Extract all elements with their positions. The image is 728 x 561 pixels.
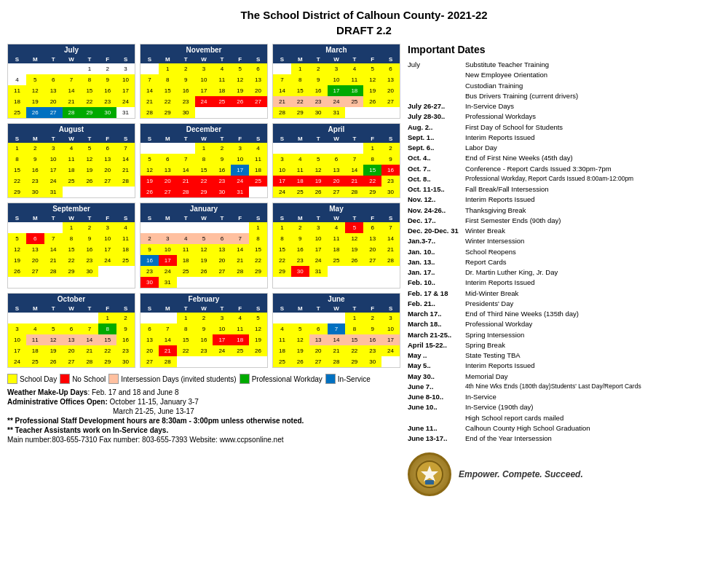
legend-intersession-label: Intersession Days (invited students) [121, 375, 236, 383]
important-row: Jan. 13.. Report Cards [408, 257, 721, 267]
note-admin-cont: March 21-25, June 13-17 [7, 407, 400, 415]
important-row: June 7.. 4th Nine Wks Ends (180th day)St… [408, 382, 721, 392]
cal-april-header: April [273, 124, 400, 135]
legend-no-school-label: No School [72, 375, 106, 383]
calendar-december: December SMTWTFS 1 2 3 4 5 6 7 8 9 [140, 123, 268, 198]
important-row: Bus Drivers Training (current drivers) [408, 91, 721, 101]
cal-november-header: November [141, 44, 267, 55]
legend-in-service-label: In-Service [338, 375, 371, 383]
important-row: Dec. 20-Dec. 31 Winter Break [408, 226, 721, 236]
note-psd: ** Professional Staff Development hours … [7, 417, 400, 425]
calendar-may: May SMTWTFS 1 2 3 4 5 6 7 8 9 10 11 12 [272, 203, 400, 289]
important-row: May 30.. Memorial Day [408, 372, 721, 382]
legend-school-day-label: School Day [20, 375, 57, 383]
legend-no-school: No School [60, 374, 106, 384]
important-row: Oct. 4.. End of First Nine Weeks (45th d… [408, 153, 721, 163]
cal-may-header: May [273, 203, 400, 214]
calendar-june: June SMTWTFS 1 2 3 4 5 6 7 8 [272, 293, 400, 368]
cal-december-header: December [141, 124, 267, 135]
important-row: Sept. 1.. Interim Reports Issued [408, 133, 721, 143]
calendars-grid: July SMTWTFS 1 2 3 4 5 6 7 8 [7, 44, 400, 368]
note-weather: Weather Make-Up Days: Feb. 17 and 18 and… [7, 388, 400, 396]
notes-section: Weather Make-Up Days: Feb. 17 and 18 and… [7, 388, 400, 444]
important-row: June 13-17.. End of the Year Intersessio… [408, 434, 721, 444]
important-row: Dec. 17.. First Semester Ends (90th day) [408, 216, 721, 226]
important-row: June 8-10.. In-Service [408, 392, 721, 402]
calendar-april: April SMTWTFS 1 2 3 4 5 6 7 [272, 123, 400, 198]
calendar-november: November SMTWTFS 1 2 3 4 5 6 7 8 9 10 11 [140, 44, 268, 119]
important-row: July Substitute Teacher Training [408, 60, 721, 70]
cal-june-header: June [273, 294, 400, 305]
school-logo [408, 452, 451, 496]
calendar-january: January SMTWTFS 1 2 3 4 5 6 [140, 203, 268, 289]
important-row: Aug. 2.. First Day of School for Student… [408, 122, 721, 133]
note-contact: Main number:803-655-7310 Fax number: 803… [7, 436, 400, 444]
important-row: New Employee Orientation [408, 70, 721, 80]
important-row: Feb. 17 & 18 Mid-Winter Break [408, 289, 721, 299]
important-row: June 10.. In-Service (190th day) [408, 402, 721, 412]
cal-january-header: January [141, 203, 267, 214]
important-row: Oct. 11-15.. Fall Break/Fall Intersessio… [408, 184, 721, 195]
note-admin: Administrative Offices Open: October 11-… [7, 398, 400, 406]
important-row: July 26-27.. In-Service Days [408, 101, 721, 111]
calendar-february: February SMTWTFS 1 2 3 4 5 6 7 8 9 10 [140, 293, 268, 368]
important-row: March 17.. End of Third Nine Weeks (135t… [408, 309, 721, 319]
important-row: July 28-30.. Professional Workdays [408, 111, 721, 122]
cal-october-header: October [8, 294, 135, 305]
important-row: June 11.. Calhoun County High School Gra… [408, 423, 721, 434]
legend-professional-box [240, 374, 250, 384]
important-row: Oct. 7.. Conference - Report Cards Issue… [408, 164, 721, 174]
page-title: The School District of Calhoun County- 2… [240, 9, 487, 21]
calendar-august: August SMTWTFS 1 2 3 4 5 6 7 8 9 10 11 1… [7, 123, 135, 198]
legend-school-day-box [7, 374, 17, 384]
legend: School Day No School Intersession Days (… [7, 374, 400, 384]
important-row: Oct. 8.. Professional Workday, Report Ca… [408, 174, 721, 184]
legend-school-day: School Day [7, 374, 57, 384]
cal-july-header: July [8, 44, 135, 55]
important-row: Sept. 6.. Labor Day [408, 143, 721, 153]
legend-professional-label: Professional Workday [252, 375, 323, 383]
legend-intersession: Intersession Days (invited students) [108, 374, 236, 384]
important-row: Nov. 24-26.. Thanksgiving Break [408, 205, 721, 216]
important-row: March 18.. Professional Workday [408, 319, 721, 329]
important-row: Feb. 10.. Interim Reports Issued [408, 278, 721, 288]
important-dates-title: Important Dates [408, 44, 721, 55]
legend-intersession-box [108, 374, 119, 384]
calendar-october: October SMTWTFS 1 2 3 4 5 6 7 [7, 293, 135, 368]
page-subtitle: DRAFT 2.2 [336, 24, 392, 36]
important-row: April 15-22.. Spring Break [408, 340, 721, 350]
important-row: Jan. 10.. School Reopens [408, 247, 721, 257]
legend-in-service-box [325, 374, 336, 384]
legend-no-school-box [60, 374, 70, 384]
important-row: May .. State Testing TBA [408, 350, 721, 361]
logo-motto: Empower. Compete. Succeed. [459, 469, 583, 479]
cal-september-header: September [8, 203, 135, 214]
cal-august-header: August [8, 124, 135, 135]
important-row: May 5.. Interim Reports Issued [408, 361, 721, 371]
important-row: Jan. 17.. Dr. Martin Luther King, Jr. Da… [408, 267, 721, 278]
cal-february-header: February [141, 294, 267, 305]
important-row: Jan.3-7.. Winter Intersession [408, 236, 721, 246]
calendar-july: July SMTWTFS 1 2 3 4 5 6 7 8 [7, 44, 135, 119]
svg-rect-2 [425, 480, 434, 484]
calendar-september: September SMTWTFS 1 2 3 4 5 6 7 8 9 [7, 203, 135, 289]
important-dates-section: Important Dates July Substitute Teacher … [408, 44, 721, 496]
note-ta: ** Teacher Assistants work on In-Service… [7, 426, 400, 434]
calendar-march: March SMTWTFS 1 2 3 4 5 6 7 8 9 10 11 [272, 44, 400, 119]
important-row: Nov. 12.. Interim Reports Issued [408, 195, 721, 205]
important-row: Feb. 21.. Presidents' Day [408, 299, 721, 309]
legend-in-service: In-Service [325, 374, 371, 384]
logo-section: Empower. Compete. Succeed. [408, 452, 721, 496]
important-row: March 21-25.. Spring Intersession [408, 330, 721, 340]
important-row: Custodian Training [408, 81, 721, 91]
important-row: High School report cards mailed [408, 413, 721, 423]
important-dates-table: July Substitute Teacher Training New Emp… [408, 60, 721, 444]
legend-professional-workday: Professional Workday [240, 374, 323, 384]
cal-march-header: March [273, 44, 400, 55]
